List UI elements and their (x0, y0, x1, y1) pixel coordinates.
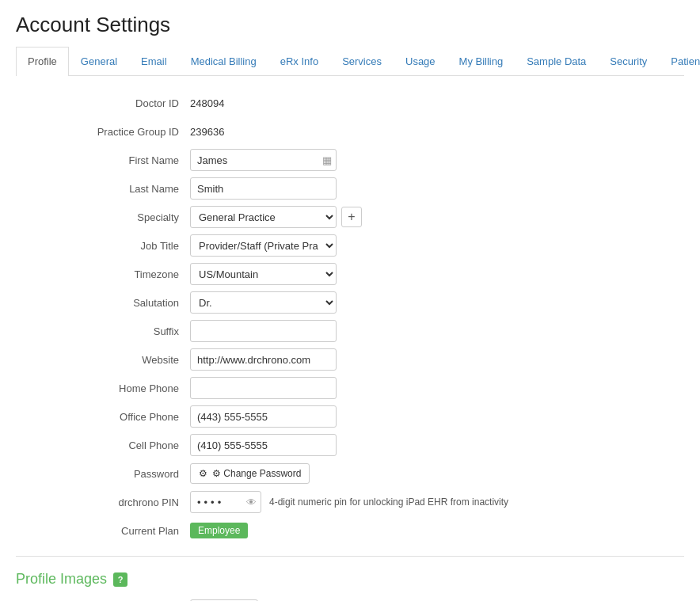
profile-form: Doctor ID 248094 Practice Group ID 23963… (16, 92, 684, 542)
timezone-select[interactable]: US/Mountain (190, 263, 337, 285)
tab-general[interactable]: General (69, 47, 129, 75)
specialty-label: Specialty (16, 211, 190, 223)
last-name-row: Last Name (16, 177, 684, 200)
salutation-row: Salutation Dr. (16, 291, 684, 314)
password-label: Password (16, 468, 190, 480)
profile-images-title-text: Profile Images (16, 571, 107, 588)
change-password-label: ⚙ Change Password (212, 468, 301, 479)
first-name-label: First Name (16, 154, 190, 166)
first-name-row: First Name ▦ (16, 149, 684, 171)
office-phone-row: Office Phone (16, 405, 684, 428)
job-title-select[interactable]: Provider/Staff (Private Practic… (190, 234, 337, 257)
job-title-label: Job Title (16, 240, 190, 252)
last-name-label: Last Name (16, 183, 190, 195)
pin-hint-text: 4-digit numeric pin for unlocking iPad E… (269, 496, 508, 508)
cell-phone-row: Cell Phone (16, 434, 684, 456)
specialty-controls: General Practice + (190, 206, 362, 228)
home-phone-input[interactable] (190, 377, 337, 399)
website-label: Website (16, 354, 190, 366)
salutation-select[interactable]: Dr. (190, 291, 337, 314)
calendar-icon: ▦ (322, 154, 332, 166)
tab-my-billing[interactable]: My Billing (447, 47, 515, 75)
pin-label: drchrono PIN (16, 496, 190, 508)
home-phone-label: Home Phone (16, 382, 190, 394)
tab-sample-data[interactable]: Sample Data (515, 47, 598, 75)
tab-bar: Profile General Email Medical Billing eR… (16, 47, 684, 76)
website-input[interactable] (190, 348, 337, 371)
cell-phone-input[interactable] (190, 434, 337, 456)
gear-icon: ⚙ (199, 468, 207, 479)
pin-controls: 👁 4-digit numeric pin for unlocking iPad… (190, 491, 508, 513)
suffix-label: Suffix (16, 325, 190, 337)
office-phone-label: Office Phone (16, 411, 190, 423)
profile-images-section: Profile Images ? Profile Picture Choose … (16, 571, 684, 601)
cell-phone-label: Cell Phone (16, 439, 190, 451)
tab-patient-payments[interactable]: Patient Payments (659, 47, 700, 75)
doctor-id-value: 248094 (190, 97, 224, 109)
office-phone-input[interactable] (190, 405, 337, 428)
pin-row: drchrono PIN 👁 4-digit numeric pin for u… (16, 491, 684, 513)
help-icon[interactable]: ? (113, 572, 127, 587)
first-name-input-wrap: ▦ (190, 149, 337, 171)
tab-services[interactable]: Services (330, 47, 394, 75)
specialty-select[interactable]: General Practice (190, 206, 337, 228)
eye-icon[interactable]: 👁 (246, 496, 257, 508)
practice-group-row: Practice Group ID 239636 (16, 120, 684, 143)
current-plan-row: Current Plan Employee (16, 519, 684, 542)
timezone-row: Timezone US/Mountain (16, 263, 684, 285)
doctor-id-label: Doctor ID (16, 97, 190, 109)
tab-profile[interactable]: Profile (16, 47, 69, 76)
tab-erx-info[interactable]: eRx Info (268, 47, 330, 75)
salutation-label: Salutation (16, 297, 190, 309)
tab-security[interactable]: Security (598, 47, 659, 75)
suffix-input[interactable] (190, 320, 337, 342)
home-phone-row: Home Phone (16, 377, 684, 399)
job-title-row: Job Title Provider/Staff (Private Practi… (16, 234, 684, 257)
doctor-id-row: Doctor ID 248094 (16, 92, 684, 114)
password-row: Password ⚙ ⚙ Change Password (16, 462, 684, 485)
specialty-row: Specialty General Practice + (16, 206, 684, 228)
current-plan-label: Current Plan (16, 525, 190, 537)
section-divider (16, 556, 684, 557)
change-password-button[interactable]: ⚙ ⚙ Change Password (190, 463, 310, 484)
profile-images-title: Profile Images ? (16, 571, 684, 588)
practice-group-value: 239636 (190, 126, 224, 138)
plan-badge: Employee (190, 523, 248, 538)
first-name-input[interactable] (190, 149, 337, 171)
tab-usage[interactable]: Usage (394, 47, 447, 75)
page-title: Account Settings (16, 13, 684, 37)
tab-email[interactable]: Email (129, 47, 179, 75)
timezone-label: Timezone (16, 268, 190, 280)
tab-medical-billing[interactable]: Medical Billing (179, 47, 268, 75)
website-row: Website (16, 348, 684, 371)
suffix-row: Suffix (16, 320, 684, 342)
pin-input-wrap: 👁 (190, 491, 261, 513)
add-specialty-button[interactable]: + (341, 207, 362, 227)
practice-group-label: Practice Group ID (16, 126, 190, 138)
last-name-input[interactable] (190, 177, 337, 200)
